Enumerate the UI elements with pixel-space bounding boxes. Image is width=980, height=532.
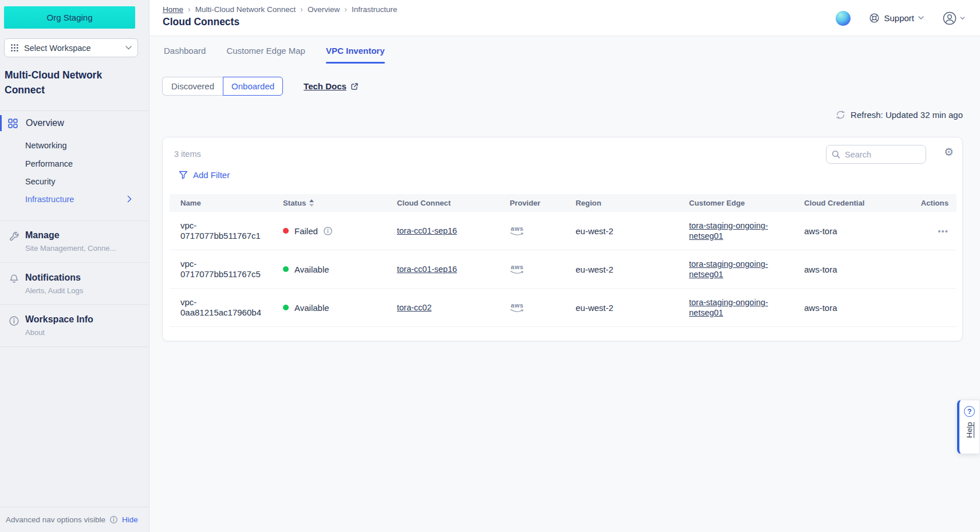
aws-provider-icon: aws bbox=[510, 226, 525, 236]
lifebuoy-icon bbox=[869, 13, 880, 23]
vpc-table-card: 3 items ⚙ Add Filter Name St bbox=[162, 137, 963, 341]
sidebar-item-infrastructure-label: Infrastructure bbox=[25, 195, 74, 204]
cell-region: eu-west-2 bbox=[565, 226, 678, 236]
col-header-status[interactable]: Status bbox=[272, 199, 386, 207]
vpc-name: vpc-0aa81215ac17960b4 bbox=[180, 297, 263, 318]
cloud-connect-link[interactable]: tora-cc01-sep16 bbox=[397, 226, 457, 235]
user-profile-menu[interactable] bbox=[942, 11, 965, 26]
divider bbox=[0, 304, 149, 305]
tab-dashboard[interactable]: Dashboard bbox=[164, 46, 206, 64]
status-label: Available bbox=[294, 265, 329, 274]
workspace-selector-label: Select Workspace bbox=[24, 44, 120, 53]
items-count: 3 items bbox=[174, 149, 201, 159]
tech-docs-label: Tech Docs bbox=[304, 81, 347, 91]
search-icon bbox=[832, 150, 840, 159]
sort-icon[interactable] bbox=[309, 199, 314, 207]
sidebar-item-networking[interactable]: Networking bbox=[25, 140, 67, 151]
aws-text: aws bbox=[511, 226, 524, 232]
customer-edge-link[interactable]: tora-staging-ongoing-netseg01 bbox=[689, 259, 784, 279]
sidebar-item-overview[interactable]: Overview bbox=[0, 114, 149, 132]
customer-edge-link[interactable]: tora-staging-ongoing-netseg01 bbox=[689, 220, 784, 241]
row-actions-menu[interactable]: ••• bbox=[938, 226, 948, 236]
workspace-selector[interactable]: Select Workspace bbox=[4, 38, 138, 57]
breadcrumb-infrastructure: Infrastructure bbox=[352, 5, 397, 14]
external-link-icon bbox=[351, 82, 359, 90]
onboarded-toggle-button[interactable]: Onboarded bbox=[223, 77, 283, 96]
active-section-bar bbox=[0, 115, 2, 131]
info-icon[interactable] bbox=[109, 515, 118, 524]
sidebar-item-infrastructure[interactable]: Infrastructure bbox=[25, 194, 74, 205]
cell-cloud-connect: tora-cc02 bbox=[386, 303, 499, 312]
chevron-right-icon bbox=[127, 195, 132, 203]
region-value: eu-west-2 bbox=[576, 226, 613, 236]
aws-text: aws bbox=[511, 302, 524, 309]
org-staging-button[interactable]: Org Staging bbox=[4, 6, 135, 29]
hide-nav-link[interactable]: Hide bbox=[122, 515, 138, 524]
cell-name: vpc-0717077bb511767c1 bbox=[170, 220, 272, 241]
status-label: Available bbox=[294, 303, 329, 313]
breadcrumb-home[interactable]: Home bbox=[163, 5, 183, 14]
cell-status: Failed bbox=[272, 226, 386, 236]
cell-provider: aws bbox=[499, 264, 565, 274]
gear-icon[interactable]: ⚙ bbox=[944, 147, 954, 157]
cell-cloud-credential: aws-tora bbox=[793, 226, 902, 236]
tech-docs-link[interactable]: Tech Docs bbox=[304, 81, 359, 91]
cell-customer-edge: tora-staging-ongoing-netseg01 bbox=[678, 259, 793, 279]
app-root: Org Staging Select Workspace Multi-Cloud… bbox=[0, 0, 980, 532]
sidebar-item-manage-label: Manage bbox=[25, 230, 60, 241]
tab-vpc-inventory[interactable]: VPC Inventory bbox=[326, 46, 385, 64]
breadcrumb-overview[interactable]: Overview bbox=[308, 5, 340, 14]
support-label: Support bbox=[884, 13, 914, 23]
sidebar-item-performance[interactable]: Performance bbox=[25, 158, 73, 170]
cloud-connect-link[interactable]: tora-cc02 bbox=[397, 303, 431, 312]
sidebar: Org Staging Select Workspace Multi-Cloud… bbox=[0, 0, 149, 532]
col-header-region: Region bbox=[565, 199, 678, 207]
status-label: Failed bbox=[294, 226, 318, 236]
breadcrumb-mcn-connect[interactable]: Multi-Cloud Network Connect bbox=[195, 5, 296, 14]
col-header-customer-edge: Customer Edge bbox=[678, 199, 793, 207]
status-dot-failed bbox=[283, 228, 289, 234]
aws-provider-icon: aws bbox=[510, 264, 525, 274]
cell-cloud-credential: aws-tora bbox=[793, 265, 902, 274]
cell-name: vpc-0aa81215ac17960b4 bbox=[170, 297, 272, 318]
search-input[interactable] bbox=[845, 150, 914, 159]
col-header-status-label: Status bbox=[283, 199, 306, 207]
product-title: Multi-Cloud Network Connect bbox=[5, 68, 140, 97]
divider bbox=[0, 111, 149, 111]
vpc-table: Name Status Cloud Connect Provider Regio… bbox=[170, 194, 957, 327]
table-row: vpc-0aa81215ac17960b4 Available tora-cc0… bbox=[170, 289, 957, 327]
cell-cloud-credential: aws-tora bbox=[793, 303, 902, 313]
cell-provider: aws bbox=[499, 302, 565, 313]
header-controls: Support bbox=[836, 0, 965, 36]
col-header-cloud-connect: Cloud Connect bbox=[386, 199, 499, 207]
region-value: eu-west-2 bbox=[576, 265, 613, 274]
assistant-orb-avatar[interactable] bbox=[836, 11, 851, 26]
customer-edge-link[interactable]: tora-staging-ongoing-netseg01 bbox=[689, 297, 784, 318]
tab-customer-edge-map[interactable]: Customer Edge Map bbox=[226, 46, 305, 64]
vpc-name: vpc-0717077bb511767c1 bbox=[180, 220, 263, 241]
sidebar-item-notifications-subtitle: Alerts, Audit Logs bbox=[25, 286, 83, 295]
aws-text: aws bbox=[511, 264, 524, 270]
cell-region: eu-west-2 bbox=[565, 265, 678, 274]
cloud-connect-link[interactable]: tora-cc01-sep16 bbox=[397, 265, 457, 274]
advanced-nav-text: Advanced nav options visible bbox=[6, 515, 105, 524]
discovered-toggle-button[interactable]: Discovered bbox=[162, 77, 223, 96]
refresh-control[interactable]: Refresh: Updated 32 min ago bbox=[836, 110, 963, 120]
breadcrumb: Home › Multi-Cloud Network Connect › Ove… bbox=[163, 5, 397, 14]
vpc-name: vpc-0717077bb511767c5 bbox=[180, 259, 263, 279]
help-question-icon: ? bbox=[964, 406, 975, 417]
main-area: Home › Multi-Cloud Network Connect › Ove… bbox=[149, 0, 980, 532]
sidebar-item-security[interactable]: Security bbox=[25, 176, 55, 187]
status-info-icon[interactable] bbox=[323, 226, 333, 236]
cell-actions: ••• bbox=[902, 226, 957, 236]
help-tab[interactable]: ? Help bbox=[957, 400, 980, 454]
overview-grid-icon bbox=[8, 119, 18, 128]
sidebar-footer: Advanced nav options visible Hide bbox=[0, 507, 149, 532]
add-filter-button[interactable]: Add Filter bbox=[179, 170, 230, 180]
sidebar-item-workspace-info-label: Workspace Info bbox=[25, 314, 93, 325]
breadcrumb-separator: › bbox=[344, 5, 347, 14]
support-menu[interactable]: Support bbox=[869, 13, 924, 23]
sidebar-item-manage-subtitle: Site Management, Conne... bbox=[25, 244, 116, 253]
cell-provider: aws bbox=[499, 226, 565, 236]
divider bbox=[0, 220, 149, 221]
